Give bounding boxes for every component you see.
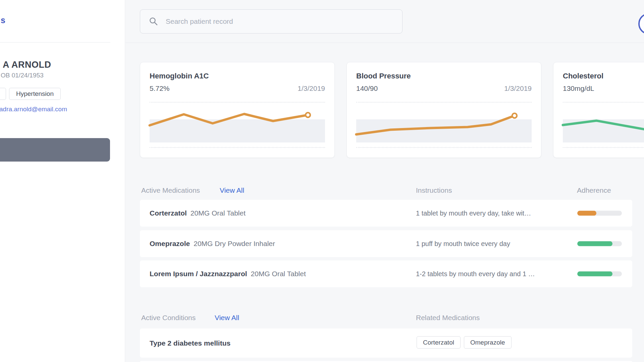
instructions-column-header: Instructions — [416, 186, 452, 194]
sidebar-divider — [0, 42, 110, 43]
active-conditions-header: Active Conditions — [141, 314, 196, 322]
sparkline-chart — [563, 111, 644, 144]
adherence-bar — [577, 272, 622, 277]
medication-instructions: 1 puff by mouth twice every day — [416, 230, 510, 257]
vital-card-blood-pressure[interactable]: Blood Pressure 140/90 1/3/2019 — [346, 62, 541, 158]
patient-dob: OB 01/24/1953 — [1, 72, 44, 79]
dotted-rule — [563, 147, 644, 148]
card-value: 130mg/dL — [563, 84, 594, 93]
sidebar-nav-link-fragment[interactable]: s — [1, 15, 5, 25]
medication-name: Lorem Ipsum / Jazznazzparol — [150, 270, 247, 278]
dotted-rule — [150, 147, 325, 148]
medication-name: Omeprazole — [150, 240, 190, 248]
medication-instructions: 1 tablet by mouth every day, take wit… — [416, 200, 531, 227]
adherence-bar — [577, 211, 622, 216]
header-divider — [125, 43, 644, 43]
patient-record-search[interactable] — [140, 9, 402, 34]
medication-row[interactable]: Corterzatol 20MG Oral Tablet 1 tablet by… — [140, 200, 632, 227]
medication-detail: 20MG Oral Tablet — [251, 270, 306, 278]
vital-card-hemoglobin-a1c[interactable]: Hemoglobin A1C 5.72% 1/3/2019 — [140, 62, 335, 158]
active-medications-header: Active Medications — [141, 186, 200, 194]
card-title: Hemoglobin A1C — [150, 72, 209, 80]
medication-name-cell: Omeprazole 20MG Dry Powder Inhaler — [150, 230, 275, 257]
medication-name: Corterzatol — [150, 209, 187, 217]
vital-card-cholesterol[interactable]: Cholesterol 130mg/dL — [553, 62, 644, 158]
dotted-rule — [150, 102, 325, 103]
dotted-rule — [356, 147, 532, 148]
patient-sidebar: s A ARNOLD OB 01/24/1953 Hypertension ad… — [0, 0, 125, 362]
medication-detail: 20MG Oral Tablet — [191, 209, 246, 217]
sparkline-chart — [356, 111, 532, 144]
condition-name-cell: Type 2 diabetes mellitus — [150, 328, 230, 358]
card-value: 5.72% — [150, 84, 170, 93]
dotted-rule — [356, 102, 532, 103]
card-date: 1/3/2019 — [298, 84, 325, 93]
related-medication-chip[interactable]: Omeprazole — [464, 336, 512, 349]
search-input[interactable] — [165, 17, 402, 26]
card-title: Blood Pressure — [356, 72, 411, 80]
condition-tag-fragment[interactable] — [0, 88, 6, 100]
condition-tag-hypertension[interactable]: Hypertension — [9, 88, 61, 100]
medication-row[interactable]: Lorem Ipsum / Jazznazzparol 20MG Oral Ta… — [140, 260, 632, 287]
profile-avatar-ring[interactable] — [638, 13, 644, 35]
sparkline-chart — [150, 111, 326, 144]
condition-name: Type 2 diabetes mellitus — [150, 339, 230, 347]
patient-email-link[interactable]: adra.arnold@email.com — [0, 106, 67, 113]
card-value: 140/90 — [356, 84, 378, 93]
card-date: 1/3/2019 — [504, 84, 532, 93]
dotted-rule — [563, 102, 644, 103]
medication-name-cell: Lorem Ipsum / Jazznazzparol 20MG Oral Ta… — [150, 260, 306, 287]
medication-detail: 20MG Dry Powder Inhaler — [194, 240, 275, 248]
related-medications-header: Related Medications — [416, 314, 480, 322]
medication-row[interactable]: Omeprazole 20MG Dry Powder Inhaler 1 puf… — [140, 230, 632, 257]
medications-view-all-link[interactable]: View All — [220, 186, 244, 194]
patient-name: A ARNOLD — [3, 60, 51, 70]
medication-name-cell: Corterzatol 20MG Oral Tablet — [150, 200, 246, 227]
conditions-view-all-link[interactable]: View All — [215, 314, 239, 322]
related-medication-chip[interactable]: Corterzatol — [417, 336, 461, 349]
search-icon — [149, 17, 158, 26]
medication-instructions: 1-2 tablets by mouth every day and 1 … — [416, 260, 535, 287]
adherence-bar — [577, 241, 622, 246]
card-title: Cholesterol — [563, 72, 603, 80]
adherence-column-header: Adherence — [577, 186, 611, 194]
condition-row[interactable]: Type 2 diabetes mellitus Corterzatol Ome… — [140, 328, 632, 358]
sidebar-action-button[interactable] — [0, 138, 110, 162]
